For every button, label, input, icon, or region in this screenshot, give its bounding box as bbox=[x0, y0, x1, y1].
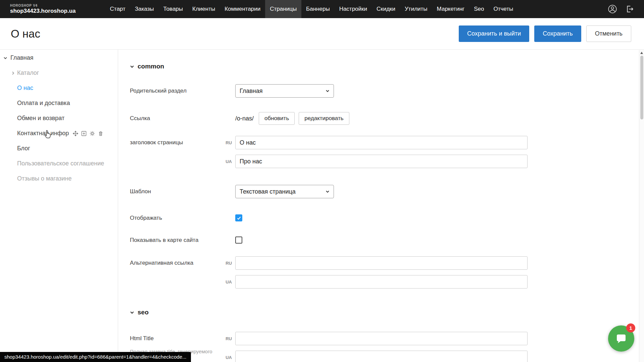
html-title-ua-input[interactable] bbox=[235, 351, 528, 362]
link-refresh-button[interactable]: обновить bbox=[259, 112, 295, 125]
nav-item-orders[interactable]: Заказы bbox=[130, 0, 159, 18]
html-title-ru-input[interactable] bbox=[235, 332, 528, 345]
chevron-down-icon bbox=[326, 89, 330, 93]
alt-link-ru-input[interactable] bbox=[235, 256, 528, 270]
nav-item-clients[interactable]: Клиенты bbox=[188, 0, 220, 18]
parent-section-select[interactable]: Главная bbox=[235, 84, 334, 98]
nav-item-products[interactable]: Товары bbox=[159, 0, 188, 18]
sitemap-label: Показывать в карте сайта bbox=[130, 237, 235, 244]
sidebar-item-soglashenie[interactable]: Пользовательское соглашение bbox=[0, 156, 118, 171]
tree-item-label: О нас bbox=[17, 85, 33, 92]
chevron-down-icon bbox=[130, 310, 134, 315]
parent-section-value: Главная bbox=[240, 88, 263, 95]
chat-widget-button[interactable]: 1 bbox=[608, 325, 634, 352]
alt-link-row: Альтернативная ссылка RU UA bbox=[130, 256, 644, 289]
tree-item-label: Контактная инфор bbox=[17, 130, 69, 137]
save-button[interactable]: Сохранить bbox=[534, 25, 581, 42]
sidebar-item-glavnaya[interactable]: Главная bbox=[0, 50, 118, 65]
move-icon[interactable] bbox=[73, 131, 78, 136]
tree-item-label: Пользовательское соглашение bbox=[17, 160, 104, 167]
chat-unread-badge: 1 bbox=[626, 323, 635, 332]
section-common-header[interactable]: common bbox=[130, 62, 644, 71]
logo[interactable]: HOROSHOP V4 shop34423.horoshop.ua bbox=[10, 4, 76, 14]
tree-item-label: Оплата и доставка bbox=[17, 100, 70, 107]
sitemap-checkbox[interactable] bbox=[235, 237, 242, 244]
nav-item-reports[interactable]: Отчеты bbox=[489, 0, 518, 18]
sidebar-item-kontaktnaya[interactable]: Контактная инфор bbox=[0, 126, 118, 141]
nav-item-pages[interactable]: Страницы bbox=[265, 0, 301, 18]
sitemap-row: Показывать в карте сайта bbox=[130, 237, 644, 244]
template-select[interactable]: Текстовая страница bbox=[235, 185, 334, 198]
lang-ru-badge: RU bbox=[220, 336, 232, 341]
top-navbar: HOROSHOP V4 shop34423.horoshop.ua Старт … bbox=[0, 0, 644, 18]
cancel-button[interactable]: Отменить bbox=[586, 25, 631, 42]
tree-item-actions bbox=[73, 131, 103, 136]
sidebar-item-katalog[interactable]: Каталог bbox=[0, 65, 118, 81]
page-title-ru-input[interactable] bbox=[235, 136, 528, 149]
logo-version: HOROSHOP V4 bbox=[10, 4, 76, 7]
lang-ua-badge: UA bbox=[220, 355, 232, 360]
page-title-label: заголовок страницы bbox=[130, 136, 235, 168]
nav-item-banners[interactable]: Баннеры bbox=[301, 0, 335, 18]
display-label: Отображать bbox=[130, 215, 235, 221]
nav-item-marketing[interactable]: Маркетинг bbox=[432, 0, 469, 18]
chat-icon bbox=[615, 333, 627, 344]
lang-ru-badge: RU bbox=[220, 261, 232, 266]
page-title-ua-input[interactable] bbox=[235, 155, 528, 168]
chevron-down-icon[interactable] bbox=[3, 56, 7, 60]
parent-section-row: Родительский раздел Главная bbox=[130, 84, 644, 98]
alt-link-label: Альтернативная ссылка bbox=[130, 256, 235, 289]
tree-item-label: Каталог bbox=[17, 69, 39, 76]
nav-item-comments[interactable]: Комментарии bbox=[220, 0, 265, 18]
chevron-right-icon[interactable] bbox=[11, 71, 15, 75]
section-seo-header[interactable]: seo bbox=[130, 308, 644, 317]
sidebar-item-blog[interactable]: Блог bbox=[0, 141, 118, 156]
section-seo-title: seo bbox=[138, 309, 149, 316]
lang-ua-badge: UA bbox=[220, 159, 232, 164]
gear-icon[interactable] bbox=[90, 131, 95, 136]
tree-item-label: Обмен и возврат bbox=[17, 115, 64, 122]
main-menu: Старт Заказы Товары Клиенты Комментарии … bbox=[105, 0, 518, 18]
display-checkbox[interactable] bbox=[235, 214, 242, 221]
chevron-down-icon bbox=[130, 64, 134, 69]
section-common-title: common bbox=[138, 63, 164, 70]
tree-item-label: Блог bbox=[17, 145, 30, 152]
html-title-label: Html Title bbox=[130, 332, 235, 345]
user-account-icon[interactable] bbox=[608, 4, 617, 14]
sidebar-item-o-nas-selected[interactable]: О нас bbox=[0, 81, 118, 96]
page-header: О нас Сохранить и выйти Сохранить Отмени… bbox=[0, 18, 644, 50]
nav-item-utilities[interactable]: Утилиты bbox=[400, 0, 432, 18]
nav-item-seo[interactable]: Seo bbox=[469, 0, 489, 18]
page-edit-form: common Родительский раздел Главная Ссылк… bbox=[118, 50, 644, 362]
scrollbar-thumb[interactable] bbox=[640, 56, 643, 119]
navbar-right-icons bbox=[608, 4, 634, 14]
alt-link-ua-input[interactable] bbox=[235, 275, 528, 289]
save-and-exit-button[interactable]: Сохранить и выйти bbox=[459, 25, 529, 42]
add-icon[interactable] bbox=[81, 131, 87, 136]
template-row: Шаблон Текстовая страница bbox=[130, 185, 644, 198]
nav-item-settings[interactable]: Настройки bbox=[335, 0, 372, 18]
tree-item-label: Главная bbox=[10, 54, 34, 61]
trash-icon[interactable] bbox=[98, 131, 103, 136]
sidebar-item-obmen[interactable]: Обмен и возврат bbox=[0, 111, 118, 126]
link-path-value: /o-nas/ bbox=[235, 115, 254, 122]
logout-icon[interactable] bbox=[625, 5, 634, 13]
header-buttons: Сохранить и выйти Сохранить Отменить bbox=[459, 25, 631, 42]
vertical-scrollbar[interactable] bbox=[639, 50, 644, 362]
sidebar-item-oplata[interactable]: Оплата и доставка bbox=[0, 96, 118, 111]
page-title-row: заголовок страницы RU UA bbox=[130, 136, 644, 168]
html-title-row: Html Title Полная замена title, генериру… bbox=[130, 332, 644, 362]
check-icon bbox=[237, 216, 241, 220]
link-edit-button[interactable]: редактировать bbox=[299, 112, 349, 125]
page-title: О нас bbox=[11, 28, 40, 40]
chevron-down-icon bbox=[326, 190, 330, 194]
lang-ru-badge: RU bbox=[220, 140, 232, 145]
nav-item-discounts[interactable]: Скидки bbox=[372, 0, 400, 18]
scroll-up-arrow-icon[interactable] bbox=[640, 52, 643, 54]
sidebar-item-otzyvy[interactable]: Отзывы о магазине bbox=[0, 171, 118, 186]
parent-section-label: Родительский раздел bbox=[130, 88, 235, 94]
link-label: Ссылка bbox=[130, 115, 235, 122]
link-row: Ссылка /o-nas/ обновить редактировать bbox=[130, 112, 644, 125]
status-url-bar: shop34423.horoshop.ua/edit/edit.php?id=6… bbox=[0, 352, 191, 362]
nav-item-start[interactable]: Старт bbox=[105, 0, 130, 18]
